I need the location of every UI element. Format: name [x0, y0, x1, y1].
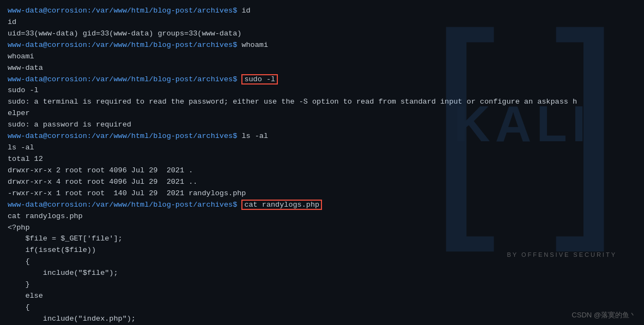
prompt-3: www-data@corrosion:/var/www/html/blog-po… [8, 75, 237, 83]
prompt-2: www-data@corrosion:/var/www/html/blog-po… [8, 41, 237, 49]
svg-text:KALI: KALI [454, 96, 591, 152]
line-27: { [8, 302, 636, 314]
cat-command-highlight: cat randylogs.php [241, 200, 322, 210]
line-26: else [8, 291, 636, 302]
terminal-window: [ ] KALI BY OFFENSIVE SECURITY www-data@… [0, 0, 644, 325]
prompt: www-data@corrosion:/var/www/html/blog-po… [8, 7, 237, 15]
kali-subtext: BY OFFENSIVE SECURITY [507, 250, 617, 260]
csdn-watermark: CSDN @落寞的鱼丶 [572, 310, 636, 321]
line-24: include("$file"); [8, 268, 636, 279]
prompt-4: www-data@corrosion:/var/www/html/blog-po… [8, 132, 237, 140]
line-25: } [8, 279, 636, 291]
kali-logo-background: [ ] KALI [421, 11, 628, 262]
prompt-5: www-data@corrosion:/var/www/html/blog-po… [8, 201, 237, 209]
line-28: include("index.php"); [8, 314, 636, 325]
sudo-command-highlight: sudo -l [241, 74, 278, 85]
